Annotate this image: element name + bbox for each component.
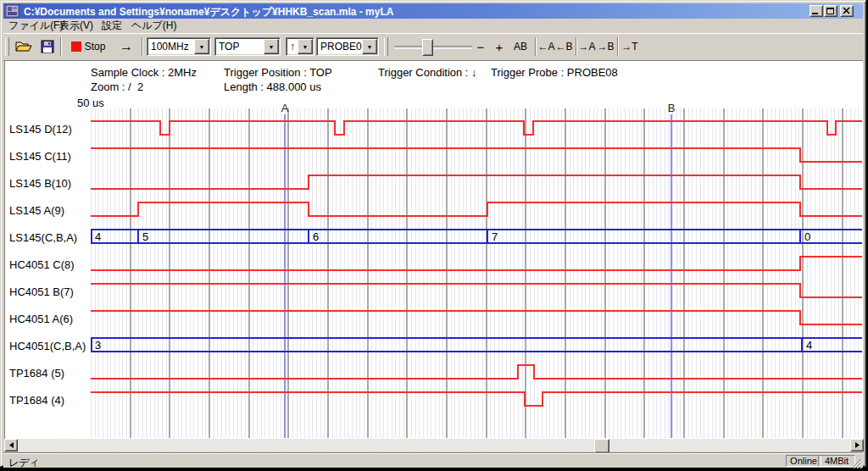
info-length: Length : 488.000 us	[224, 80, 321, 93]
run-arrow-icon: →	[120, 39, 133, 54]
trigger-position-combobox[interactable]: TOP ▼	[214, 37, 281, 56]
digital-trace	[91, 365, 862, 379]
toolbar: Stop → 100MHz ▼ TOP ▼ ↑ ▼ PROBE00 ▼ − +	[3, 33, 863, 61]
channel-label: LS145 B(10)	[9, 177, 71, 190]
chevron-down-icon[interactable]: ▼	[264, 39, 279, 54]
ab-button[interactable]: AB	[509, 36, 531, 57]
goto-marker-b-left-button[interactable]: ←B	[555, 36, 573, 57]
trigger-position-value: TOP	[215, 41, 264, 53]
toolbar-separator	[60, 37, 62, 56]
signal-traces: 4567034	[91, 121, 862, 406]
marker-label: B	[668, 102, 676, 114]
goto-marker-a-right-button[interactable]: →A	[578, 36, 596, 57]
app-icon	[6, 4, 19, 18]
info-trigger-condition: Trigger Condition : ↓	[378, 66, 477, 79]
channel-label: HC4051(C,B,A)	[9, 340, 86, 352]
status-online-badge: Online	[786, 455, 821, 467]
window-title: C:¥Documents and Settings¥noname¥デスクトップ¥…	[24, 5, 393, 19]
minimize-button[interactable]	[810, 5, 823, 17]
toolbar-separator	[617, 37, 619, 56]
scroll-left-button[interactable]	[4, 439, 18, 452]
channel-label: LS145 A(9)	[9, 204, 64, 217]
chevron-down-icon[interactable]: ▼	[362, 39, 377, 54]
titlebar[interactable]: C:¥Documents and Settings¥noname¥デスクトップ¥…	[3, 3, 863, 19]
bus-trace	[91, 338, 862, 352]
goto-trigger-button[interactable]: →T	[620, 36, 639, 57]
info-trigger-probe: Trigger Probe : PROBE08	[491, 66, 618, 79]
info-zoom: Zoom : / 2	[91, 80, 143, 93]
zoom-slider[interactable]	[394, 36, 472, 57]
bus-value: 4	[806, 339, 812, 352]
menu-view[interactable]: 表示(V)	[58, 19, 95, 32]
channel-label: HC4051 C(8)	[9, 258, 75, 271]
stop-icon	[71, 42, 81, 52]
stop-button[interactable]: Stop	[67, 36, 109, 57]
bus-value: 5	[142, 230, 148, 243]
chevron-down-icon[interactable]: ▼	[298, 39, 313, 54]
clock-combobox[interactable]: 100MHz ▼	[147, 37, 211, 56]
scroll-right-button[interactable]	[850, 439, 864, 452]
channel-label: HC4051 B(7)	[9, 285, 74, 298]
status-memory-badge: 4MBit	[818, 455, 855, 467]
toolbar-separator	[535, 37, 537, 56]
bus-value: 0	[804, 230, 810, 243]
resize-grip[interactable]	[852, 457, 862, 471]
grid	[92, 108, 859, 438]
probe-combobox[interactable]: PROBE00 ▼	[316, 37, 379, 56]
trigger-edge-combobox[interactable]: ↑ ▼	[286, 37, 314, 56]
menu-settings[interactable]: 設定	[100, 19, 124, 32]
channel-label: HC4051 A(6)	[9, 313, 73, 325]
slider-thumb[interactable]	[422, 39, 433, 56]
open-file-button[interactable]	[13, 36, 35, 57]
slider-track	[394, 46, 472, 49]
info-trigger-position: Trigger Position : TOP	[224, 66, 332, 79]
app-window: C:¥Documents and Settings¥noname¥デスクトップ¥…	[0, 0, 866, 467]
digital-trace	[91, 202, 862, 216]
menu-file[interactable]: ファイル(F)	[7, 19, 64, 32]
save-button[interactable]	[36, 36, 58, 57]
bus-value: 7	[492, 230, 498, 243]
digital-trace	[91, 148, 862, 162]
channel-label: LS145 C(11)	[9, 150, 71, 163]
channel-label: LS145(C,B,A)	[9, 231, 77, 244]
channel-label: TP1684 (5)	[9, 367, 64, 380]
bus-value: 4	[95, 230, 101, 243]
waveform-canvas[interactable]: AB4567034	[91, 94, 862, 439]
digital-trace	[91, 284, 862, 297]
menu-help[interactable]: ヘルプ(H)	[130, 19, 179, 32]
toolbar-grip[interactable]	[5, 37, 9, 56]
marker-label: A	[281, 102, 289, 114]
channel-label: LS145 D(12)	[9, 123, 72, 136]
bus-value: 3	[95, 339, 101, 352]
digital-trace	[91, 175, 862, 189]
menubar: ファイル(F) 表示(V) 設定 ヘルプ(H)	[3, 19, 863, 33]
probe-combobox-value: PROBE00	[317, 41, 362, 53]
bus-value: 6	[313, 230, 319, 243]
goto-marker-b-right-button[interactable]: →B	[597, 36, 615, 57]
minimize-icon	[811, 7, 821, 15]
zoom-out-button[interactable]: −	[472, 36, 489, 57]
arrow-left-icon	[8, 441, 15, 449]
save-icon	[41, 40, 54, 53]
chevron-down-icon[interactable]: ▼	[194, 39, 209, 54]
clock-combobox-value: 100MHz	[147, 41, 194, 53]
bus-trace	[91, 230, 862, 243]
horizontal-scrollbar[interactable]	[4, 439, 864, 452]
toolbar-separator	[142, 37, 143, 56]
channel-label: TP1684 (4)	[9, 394, 64, 407]
digital-trace	[91, 121, 862, 135]
maximize-button[interactable]	[824, 5, 837, 17]
arrow-right-icon	[854, 441, 861, 449]
goto-marker-a-left-button[interactable]: ←A	[537, 36, 555, 57]
run-button[interactable]: →	[114, 36, 138, 57]
digital-trace	[91, 311, 862, 324]
toolbar-grip[interactable]	[384, 37, 388, 56]
info-sample-clock: Sample Clock : 2MHz	[91, 66, 197, 79]
zoom-in-button[interactable]: +	[491, 36, 508, 57]
digital-trace	[91, 392, 862, 406]
close-button[interactable]	[840, 5, 854, 17]
statusbar: レディ Online 4MBit	[3, 452, 863, 468]
maximize-icon	[826, 7, 836, 15]
scrollbar-thumb[interactable]	[594, 439, 609, 453]
stop-label: Stop	[85, 41, 106, 53]
